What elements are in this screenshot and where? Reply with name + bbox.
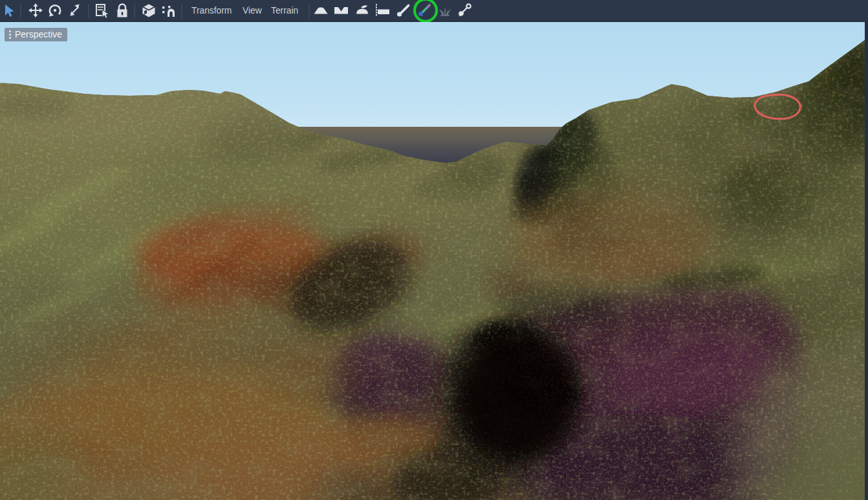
svg-text:Terrain: Terrain: [271, 6, 298, 16]
svg-text:Transform: Transform: [191, 6, 232, 16]
svg-text:View: View: [243, 6, 262, 16]
